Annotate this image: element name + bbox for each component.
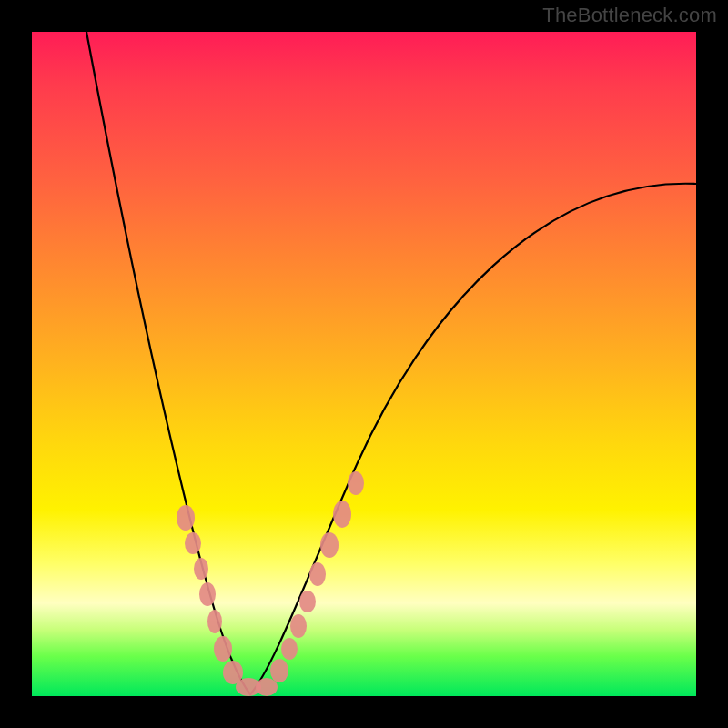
bead bbox=[199, 582, 216, 606]
bead bbox=[177, 505, 195, 531]
bead bbox=[207, 610, 222, 633]
curve-right-branch bbox=[250, 184, 696, 694]
bead bbox=[270, 659, 288, 682]
chart-svg bbox=[32, 32, 696, 696]
bead bbox=[309, 562, 326, 586]
bead bbox=[333, 500, 351, 528]
bead bbox=[214, 636, 232, 662]
watermark-text: TheBottleneck.com bbox=[542, 4, 717, 27]
bead bbox=[348, 471, 364, 495]
curve-left-branch bbox=[86, 32, 250, 694]
plot-area bbox=[32, 32, 696, 696]
bead bbox=[290, 614, 307, 638]
chart-frame: TheBottleneck.com bbox=[0, 0, 728, 728]
bead bbox=[299, 591, 316, 612]
bead bbox=[256, 678, 278, 696]
bead bbox=[185, 532, 201, 554]
bead bbox=[320, 532, 339, 558]
bead bbox=[281, 638, 298, 660]
bead bbox=[194, 558, 208, 580]
